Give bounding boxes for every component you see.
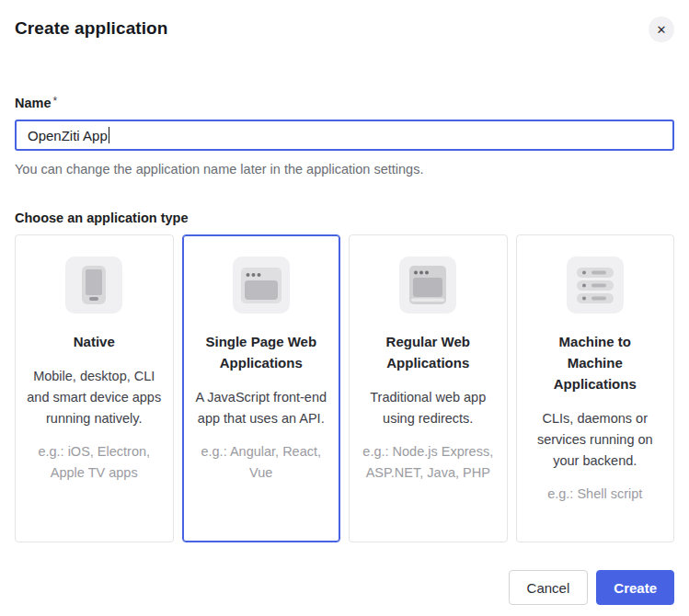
icon-tile bbox=[233, 257, 290, 314]
card-example: e.g.: Node.js Express, ASP.NET, Java, PH… bbox=[361, 441, 496, 484]
dialog-footer: Cancel Create bbox=[15, 570, 674, 605]
card-title: Single Page Web Applications bbox=[197, 331, 326, 373]
card-example: e.g.: iOS, Electron, Apple TV apps bbox=[27, 441, 162, 484]
icon-tile bbox=[65, 257, 122, 314]
type-card-machine-to-machine[interactable]: Machine to Machine Applications CLIs, da… bbox=[516, 234, 675, 542]
required-asterisk: * bbox=[53, 95, 58, 108]
icon-tile bbox=[399, 257, 456, 314]
card-title: Machine to Machine Applications bbox=[531, 331, 660, 394]
application-type-cards: Native Mobile, desktop, CLI and smart de… bbox=[15, 234, 674, 542]
cancel-button[interactable]: Cancel bbox=[509, 570, 589, 605]
application-name-value: OpenZiti App bbox=[28, 128, 108, 143]
create-button[interactable]: Create bbox=[596, 570, 674, 605]
name-helper-text: You can change the application name late… bbox=[15, 162, 674, 177]
application-type-label: Choose an application type bbox=[15, 211, 674, 225]
browser-window-icon bbox=[233, 257, 290, 314]
mobile-phone-icon bbox=[65, 257, 122, 314]
card-example: e.g.: Shell script bbox=[547, 484, 642, 505]
type-card-native[interactable]: Native Mobile, desktop, CLI and smart de… bbox=[15, 234, 174, 542]
card-example: e.g.: Angular, React, Vue bbox=[194, 441, 329, 484]
card-description: CLIs, daemons or services running on you… bbox=[528, 408, 663, 472]
card-title: Regular Web Applications bbox=[363, 331, 492, 373]
card-title: Native bbox=[74, 331, 115, 352]
server-stack-icon bbox=[567, 257, 624, 314]
dialog-title: Create application bbox=[15, 17, 168, 39]
card-description: Traditional web app using redirects. bbox=[361, 387, 496, 429]
close-button[interactable]: ✕ bbox=[649, 17, 674, 42]
application-name-input[interactable]: OpenZiti App bbox=[15, 120, 674, 151]
card-description: A JavaScript front-end app that uses an … bbox=[194, 387, 329, 429]
type-card-regular-web[interactable]: Regular Web Applications Traditional web… bbox=[349, 234, 508, 542]
text-caret bbox=[109, 127, 110, 143]
name-label: Name* bbox=[15, 95, 674, 110]
type-card-single-page-web[interactable]: Single Page Web Applications A JavaScrip… bbox=[182, 234, 341, 542]
icon-tile bbox=[567, 257, 624, 314]
web-server-window-icon bbox=[399, 257, 456, 314]
dialog-header: Create application ✕ bbox=[15, 17, 674, 42]
close-icon: ✕ bbox=[657, 24, 667, 36]
card-description: Mobile, desktop, CLI and smart device ap… bbox=[27, 366, 162, 429]
